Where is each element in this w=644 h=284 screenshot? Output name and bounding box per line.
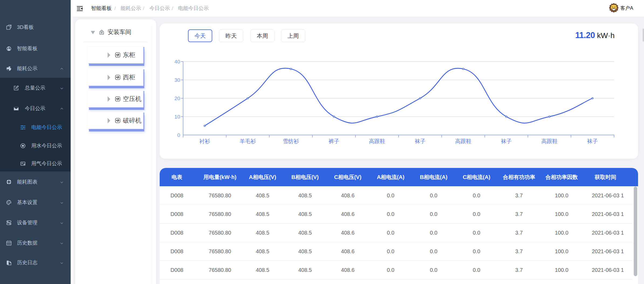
svg-text:衬衫: 衬衫 xyxy=(199,138,210,144)
svg-text:30: 30 xyxy=(174,77,180,83)
svg-text:袜子: 袜子 xyxy=(501,138,512,144)
svg-text:0: 0 xyxy=(177,132,180,138)
svg-text:袜子: 袜子 xyxy=(415,138,426,144)
svg-text:羊毛衫: 羊毛衫 xyxy=(240,138,256,144)
svg-text:高跟鞋: 高跟鞋 xyxy=(541,138,557,144)
svg-text:高跟鞋: 高跟鞋 xyxy=(455,138,471,144)
svg-text:20: 20 xyxy=(174,96,180,101)
svg-text:40: 40 xyxy=(174,59,180,65)
svg-text:10: 10 xyxy=(174,114,180,120)
svg-text:雪纺衫: 雪纺衫 xyxy=(283,138,299,144)
svg-text:高跟鞋: 高跟鞋 xyxy=(369,138,385,144)
svg-text:袜子: 袜子 xyxy=(587,138,598,144)
svg-text:裤子: 裤子 xyxy=(328,138,339,144)
